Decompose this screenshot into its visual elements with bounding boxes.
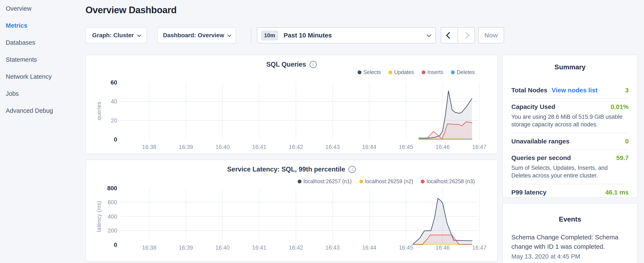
- sidebar-item-advanced-debug[interactable]: Advanced Debug: [6, 102, 78, 119]
- summary-rows: Total Nodes View nodes list 3 Capacity U…: [511, 82, 629, 200]
- summary-row-queries-per-second: Queries per second 59.7 Sum of Selects, …: [511, 150, 629, 184]
- graph-dropdown-label: Graph: Cluster: [92, 32, 134, 39]
- time-step-buttons: [441, 27, 475, 43]
- chevron-down-icon: [228, 33, 231, 37]
- svg-text:16:44: 16:44: [362, 244, 376, 251]
- event-text: Schema Change Completed: Schema change w…: [511, 232, 629, 251]
- svg-text:16:43: 16:43: [326, 244, 340, 251]
- time-step-forward-button[interactable]: [458, 28, 474, 43]
- svg-text:40: 40: [111, 98, 117, 105]
- svg-text:400: 400: [108, 213, 117, 220]
- svg-text:800: 800: [107, 185, 117, 191]
- svg-text:16:42: 16:42: [289, 244, 303, 251]
- summary-value: 46.1 ms: [605, 189, 629, 196]
- summary-value: 3: [625, 87, 629, 94]
- events-title: Events: [511, 203, 629, 223]
- graph-dropdown[interactable]: Graph: Cluster: [86, 27, 147, 43]
- now-button[interactable]: Now: [478, 27, 504, 43]
- controls-bar: Graph: Cluster Dashboard: Overview 10m P…: [86, 27, 498, 43]
- summary-row-p99-latency: P99 latency 46.1 ms: [511, 184, 629, 200]
- time-range-selector[interactable]: 10m Past 10 Minutes: [257, 27, 436, 43]
- svg-text:16:41: 16:41: [252, 144, 266, 150]
- chevron-down-icon: [427, 33, 431, 37]
- svg-text:16:45: 16:45: [399, 244, 413, 251]
- svg-text:queries: queries: [96, 102, 102, 120]
- event-timestamp: May 13, 2020 at 4:45 PM: [511, 253, 629, 260]
- dashboard-dropdown-label: Dashboard: Overview: [163, 32, 224, 39]
- chevron-down-icon: [137, 33, 141, 37]
- svg-text:latency (ms): latency (ms): [96, 201, 102, 232]
- sidebar: Overview Metrics Databases Statements Ne…: [6, 0, 78, 119]
- time-range-badge: 10m: [261, 31, 278, 41]
- svg-text:0: 0: [114, 241, 117, 248]
- summary-title: Summary: [511, 55, 629, 71]
- summary-row-unavailable-ranges: Unavailable ranges 0: [511, 133, 629, 149]
- svg-text:200: 200: [108, 227, 117, 234]
- dashboard-dropdown[interactable]: Dashboard: Overview: [157, 27, 236, 43]
- svg-text:16:39: 16:39: [179, 244, 193, 251]
- sidebar-item-overview[interactable]: Overview: [6, 0, 78, 17]
- controls-separator: [251, 28, 251, 43]
- page-title: Overview Dashboard: [86, 5, 177, 15]
- app-root: Overview Metrics Databases Statements Ne…: [0, 0, 644, 263]
- summary-label: Queries per second: [511, 154, 571, 161]
- chevron-left-icon: [446, 32, 453, 39]
- sidebar-item-network-latency[interactable]: Network Latency: [6, 68, 78, 85]
- time-range-label: Past 10 Minutes: [284, 32, 427, 39]
- time-step-back-button[interactable]: [441, 28, 458, 43]
- sidebar-item-statements[interactable]: Statements: [6, 51, 78, 68]
- svg-text:16:44: 16:44: [362, 144, 376, 150]
- chevron-right-icon: [463, 32, 470, 39]
- summary-value: 0: [625, 138, 629, 145]
- svg-text:60: 60: [110, 79, 117, 86]
- sql-queries-card: SQL Queries i Selects Updates Inserts: [86, 55, 498, 154]
- svg-text:16:38: 16:38: [142, 244, 156, 251]
- main-content: Overview Dashboard Graph: Cluster Dashbo…: [86, 0, 498, 263]
- svg-text:16:42: 16:42: [289, 144, 303, 150]
- summary-row-total-nodes: Total Nodes View nodes list 3: [511, 82, 629, 98]
- sql-queries-chart[interactable]: 16:3816:3916:4016:4116:4216:4316:4416:45…: [86, 55, 497, 153]
- summary-panel: Summary Total Nodes View nodes list 3 Ca…: [502, 55, 638, 198]
- summary-value: 0.01%: [610, 103, 629, 110]
- svg-text:600: 600: [108, 199, 117, 205]
- svg-text:16:38: 16:38: [142, 144, 156, 150]
- summary-label: Capacity Used: [511, 103, 555, 110]
- svg-text:16:40: 16:40: [216, 144, 230, 150]
- svg-text:16:47: 16:47: [472, 144, 486, 150]
- sidebar-item-jobs[interactable]: Jobs: [6, 85, 78, 102]
- svg-text:16:43: 16:43: [326, 144, 340, 150]
- service-latency-chart[interactable]: 16:3816:3916:4016:4116:4216:4316:4416:45…: [86, 160, 497, 261]
- summary-subtext: Sum of Selects, Updates, Inserts, and De…: [511, 164, 629, 179]
- summary-label: P99 latency: [511, 189, 546, 196]
- svg-text:0: 0: [114, 136, 117, 143]
- events-panel: Events Schema Change Completed: Schema c…: [502, 203, 638, 263]
- summary-label: Total Nodes: [511, 87, 547, 94]
- svg-text:16:40: 16:40: [216, 244, 230, 251]
- svg-text:16:39: 16:39: [179, 144, 193, 150]
- sidebar-item-databases[interactable]: Databases: [6, 34, 78, 51]
- view-nodes-list-link[interactable]: View nodes list: [552, 87, 598, 94]
- svg-text:16:46: 16:46: [436, 244, 450, 251]
- sidebar-item-metrics[interactable]: Metrics: [6, 17, 78, 34]
- summary-value: 59.7: [616, 154, 629, 161]
- summary-subtext: You are using 28.6 MiB of 515.9 GiB usab…: [511, 113, 629, 128]
- svg-text:16:47: 16:47: [472, 244, 486, 251]
- event-item[interactable]: Schema Change Completed: Schema change w…: [511, 232, 629, 260]
- svg-text:16:41: 16:41: [252, 244, 266, 251]
- svg-text:16:45: 16:45: [399, 144, 413, 150]
- svg-text:20: 20: [111, 117, 117, 124]
- summary-label: Unavailable ranges: [511, 138, 569, 145]
- svg-text:16:46: 16:46: [436, 144, 450, 150]
- summary-row-capacity-used: Capacity Used 0.01% You are using 28.6 M…: [511, 99, 629, 133]
- service-latency-card: Service Latency: SQL, 99th percentile i …: [86, 160, 498, 261]
- right-sidebar: Summary Total Nodes View nodes list 3 Ca…: [502, 55, 638, 263]
